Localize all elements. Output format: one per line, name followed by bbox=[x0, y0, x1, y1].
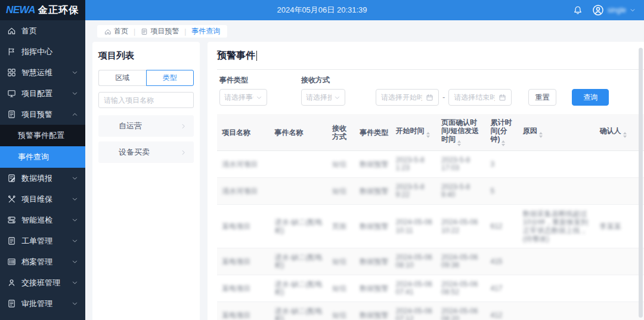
warning-events-card: 预警事件 事件类型 请选择事件... 接收方式 请选择接收... 请选择开始时间 bbox=[208, 42, 644, 320]
chevron-down-icon bbox=[630, 7, 636, 13]
events-table-wrap: 项目名称事件名称接收方式事件类型开始时间页面确认时间/短信发送时间累计时间(分钟… bbox=[217, 114, 644, 320]
sidebar-item-2[interactable]: 指挥中心 bbox=[0, 41, 85, 62]
tree-item[interactable]: 设备买卖 bbox=[98, 141, 194, 163]
sidebar-item-1[interactable]: 首页 bbox=[0, 20, 85, 41]
breadcrumb-home[interactable]: 首页 bbox=[104, 26, 128, 36]
column-header-1: 项目名称 bbox=[217, 114, 271, 151]
project-list-panel: 项目列表 区域 类型 自运营设备买卖 bbox=[92, 42, 200, 320]
cell-recv: 短信 bbox=[329, 178, 356, 205]
sidebar-item-label: 档案管理 bbox=[21, 257, 72, 267]
cell-confirmer bbox=[596, 302, 644, 320]
sidebar-item-4[interactable]: 项目配置 bbox=[0, 83, 85, 104]
sidebar-item-12[interactable]: 审批管理 bbox=[0, 293, 85, 314]
table-body: 清水河项目短信数据预警2023-5-8 1:232023-5-8 17:033清… bbox=[217, 151, 644, 320]
doc-pen-icon bbox=[7, 174, 16, 183]
user-menu[interactable]: single bbox=[592, 4, 636, 16]
cell-reason bbox=[519, 248, 596, 275]
cell-start: 2024-05-06 07:12 bbox=[392, 302, 438, 320]
cell-project: 某电项目 bbox=[217, 275, 271, 302]
cell-confirm: 2024-05-06 08:52 bbox=[438, 275, 487, 302]
sort-icon[interactable] bbox=[501, 140, 505, 146]
receive-mode-label: 接收方式 bbox=[301, 75, 345, 85]
cell-minutes: 415 bbox=[487, 248, 519, 275]
cell-recv: 短信 bbox=[329, 275, 356, 302]
sidebar-item-11[interactable]: 交接班管理 bbox=[0, 272, 85, 293]
receive-mode-select[interactable]: 请选择接收... bbox=[301, 89, 345, 106]
chevron-down-icon bbox=[72, 175, 78, 181]
cell-start: 2024-05-06 08:10 bbox=[392, 248, 438, 275]
cell-reason bbox=[519, 302, 596, 320]
reset-button[interactable]: 重置 bbox=[528, 89, 556, 106]
cell-minutes: 417 bbox=[487, 275, 519, 302]
breadcrumb-project-warning[interactable]: 项目预警 bbox=[141, 26, 179, 36]
chevron-down-icon bbox=[72, 279, 78, 286]
doc-icon bbox=[7, 110, 16, 119]
sort-icon[interactable] bbox=[426, 132, 430, 138]
cell-project: 某电项目 bbox=[217, 302, 271, 320]
sidebar-item-7[interactable]: 项目维保 bbox=[0, 189, 85, 210]
sidebar-subitem[interactable]: 预警事件配置 bbox=[0, 125, 85, 146]
end-time-picker[interactable]: 请选择结束时间 bbox=[448, 89, 512, 106]
app-logo: NEWA 金正环保 bbox=[0, 0, 85, 20]
topbar-right: single bbox=[573, 0, 636, 20]
sort-icon[interactable] bbox=[539, 132, 543, 138]
search-button[interactable]: 查询 bbox=[572, 89, 609, 106]
bell-icon[interactable] bbox=[573, 5, 583, 15]
chevron-down-icon bbox=[72, 300, 78, 307]
sidebar-item-label: 项目预警 bbox=[21, 109, 72, 120]
cell-minutes: 412 bbox=[487, 302, 519, 320]
cell-reason bbox=[519, 275, 596, 302]
doc-icon bbox=[7, 236, 16, 245]
cell-start: 2023-5-8 9:22 bbox=[392, 178, 438, 205]
text-cursor bbox=[256, 51, 257, 61]
sidebar-item-6[interactable]: 数据填报 bbox=[0, 168, 85, 189]
sidebar-item-label: 数据填报 bbox=[21, 173, 72, 184]
patrol-icon bbox=[7, 216, 16, 224]
panel-title: 项目列表 bbox=[98, 50, 194, 61]
sidebar-subitem[interactable]: 事件查询 bbox=[0, 146, 85, 168]
tab-type[interactable]: 类型 bbox=[146, 70, 194, 86]
chevron-down-icon bbox=[72, 217, 78, 223]
divider bbox=[217, 69, 644, 70]
cell-type: 数据预警 bbox=[356, 151, 392, 178]
events-table: 项目名称事件名称接收方式事件类型开始时间页面确认时间/短信发送时间累计时间(分钟… bbox=[217, 114, 644, 320]
cell-confirmer bbox=[596, 178, 644, 205]
monitor-icon bbox=[7, 89, 16, 98]
sidebar-item-label: 审批管理 bbox=[21, 299, 72, 309]
event-type-select[interactable]: 请选择事件... bbox=[219, 89, 267, 106]
breadcrumb-event-query[interactable]: 事件查询 bbox=[191, 26, 220, 36]
cell-confirmer bbox=[596, 275, 644, 302]
sidebar-item-5[interactable]: 项目预警 bbox=[0, 104, 85, 125]
page-title: 预警事件 bbox=[217, 50, 255, 62]
filter-bar: 事件类型 请选择事件... 接收方式 请选择接收... 请选择开始时间 - 请选… bbox=[217, 75, 644, 106]
chevron-down-icon bbox=[72, 69, 78, 76]
column-header-7[interactable]: 累计时间(分钟) bbox=[487, 114, 519, 151]
column-header-8[interactable]: 原因 bbox=[519, 114, 596, 151]
content-area: 首页 | 项目预警 | 事件查询 项目列表 区域 类型 自运营设备买卖 预警事件… bbox=[85, 20, 644, 320]
column-header-6[interactable]: 页面确认时间/短信发送时间 bbox=[438, 114, 487, 151]
current-datetime: 2024年05月06日 20:31:39 bbox=[277, 0, 367, 20]
cell-type: 数据预警 bbox=[356, 275, 392, 302]
breadcrumb-separator: | bbox=[134, 27, 135, 36]
cell-reason bbox=[519, 151, 596, 178]
chevron-down-icon bbox=[334, 94, 340, 101]
tree-item[interactable]: 自运营 bbox=[98, 115, 194, 137]
event-type-label: 事件类型 bbox=[219, 75, 267, 85]
column-header-5[interactable]: 开始时间 bbox=[392, 114, 438, 151]
vertical-scrollbar-thumb[interactable] bbox=[639, 48, 643, 318]
sidebar-item-10[interactable]: 档案管理 bbox=[0, 251, 85, 272]
logo-company-name: 金正环保 bbox=[38, 4, 79, 17]
start-time-picker[interactable]: 请选择开始时间 bbox=[376, 89, 439, 106]
column-header-9[interactable]: 确认人 bbox=[596, 114, 644, 151]
doc-icon bbox=[7, 299, 16, 308]
cell-event bbox=[271, 151, 329, 178]
sort-icon[interactable] bbox=[457, 140, 461, 146]
chevron-down-icon bbox=[72, 90, 78, 97]
tab-region[interactable]: 区域 bbox=[98, 70, 146, 86]
sidebar-item-3[interactable]: 智慧运维 bbox=[0, 62, 85, 83]
sidebar-item-label: 项目配置 bbox=[21, 88, 72, 99]
sort-icon[interactable] bbox=[623, 132, 627, 138]
sidebar-item-8[interactable]: 智能巡检 bbox=[0, 210, 85, 230]
project-search-input[interactable] bbox=[98, 92, 194, 108]
sidebar-item-9[interactable]: 工单管理 bbox=[0, 230, 85, 251]
